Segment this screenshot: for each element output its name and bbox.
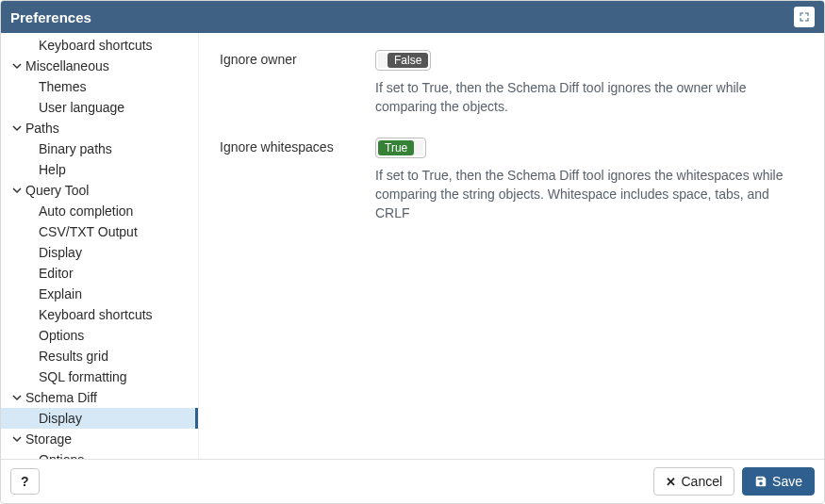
sidebar[interactable]: Keyboard shortcuts Miscellaneous Themes …	[1, 33, 199, 459]
sidebar-item-qt-keyboard-shortcuts[interactable]: Keyboard shortcuts	[1, 304, 198, 325]
sidebar-item-qt-options[interactable]: Options	[1, 325, 198, 346]
chevron-down-icon	[12, 123, 22, 133]
toggle-knob	[414, 140, 423, 155]
dialog-body: Keyboard shortcuts Miscellaneous Themes …	[1, 33, 824, 459]
sidebar-group-miscellaneous[interactable]: Miscellaneous	[1, 56, 198, 76]
sidebar-group-label: Storage	[25, 431, 72, 447]
help-icon: ?	[21, 474, 29, 489]
setting-body: False If set to True, then the Schema Di…	[375, 50, 805, 117]
content-pane: Ignore owner False If set to True, then …	[199, 33, 824, 459]
sidebar-group-paths[interactable]: Paths	[1, 118, 198, 138]
titlebar: Preferences	[1, 1, 824, 33]
sidebar-item-storage-options[interactable]: Options	[1, 449, 198, 459]
sidebar-item-editor[interactable]: Editor	[1, 263, 198, 284]
sidebar-group-label: Query Tool	[25, 183, 89, 198]
sidebar-item-label: Auto completion	[39, 203, 133, 219]
chevron-down-icon	[12, 434, 22, 444]
setting-ignore-whitespaces: Ignore whitespaces True If set to True, …	[220, 138, 805, 223]
sidebar-item-label: Binary paths	[39, 141, 112, 156]
sidebar-item-label: CSV/TXT Output	[39, 224, 138, 239]
chevron-down-icon	[12, 61, 22, 71]
sidebar-item-sql-formatting[interactable]: SQL formatting	[1, 366, 198, 387]
footer-left: ?	[10, 468, 40, 495]
footer: ? ✕ Cancel Save	[1, 459, 824, 503]
sidebar-item-label: Keyboard shortcuts	[39, 307, 153, 322]
sidebar-item-label: Display	[39, 245, 82, 260]
sidebar-item-label: Display	[39, 411, 82, 426]
footer-right: ✕ Cancel Save	[653, 467, 815, 496]
chevron-down-icon	[12, 393, 22, 402]
toggle-ignore-owner[interactable]: False	[375, 50, 431, 71]
setting-label: Ignore whitespaces	[220, 138, 356, 154]
sidebar-item-label: Keyboard shortcuts	[39, 38, 153, 53]
sidebar-group-storage[interactable]: Storage	[1, 429, 198, 449]
preferences-dialog: Preferences Keyboard shortcuts Miscellan…	[0, 0, 825, 504]
sidebar-item-results-grid[interactable]: Results grid	[1, 346, 198, 366]
expand-button[interactable]	[794, 7, 815, 27]
setting-ignore-owner: Ignore owner False If set to True, then …	[220, 50, 805, 117]
toggle-knob	[378, 53, 388, 68]
setting-label: Ignore owner	[220, 50, 356, 67]
sidebar-group-label: Schema Diff	[25, 390, 97, 405]
sidebar-item-label: User language	[39, 100, 124, 115]
chevron-down-icon	[12, 186, 22, 195]
toggle-value: True	[378, 140, 414, 155]
sidebar-item-label: Themes	[39, 79, 87, 94]
sidebar-item-label: SQL formatting	[39, 369, 127, 384]
sidebar-item-binary-paths[interactable]: Binary paths	[1, 138, 198, 159]
sidebar-item-label: Results grid	[39, 349, 108, 364]
sidebar-group-label: Paths	[25, 121, 59, 136]
sidebar-item-label: Options	[39, 328, 84, 343]
sidebar-item-label: Explain	[39, 286, 82, 301]
sidebar-item-schema-diff-display[interactable]: Display	[1, 408, 198, 429]
help-button[interactable]: ?	[10, 468, 40, 495]
sidebar-item-explain[interactable]: Explain	[1, 284, 198, 304]
setting-description: If set to True, then the Schema Diff too…	[375, 166, 805, 223]
setting-description: If set to True, then the Schema Diff too…	[375, 78, 805, 117]
setting-body: True If set to True, then the Schema Dif…	[375, 138, 805, 223]
cancel-label: Cancel	[681, 474, 722, 489]
save-button[interactable]: Save	[742, 467, 815, 496]
sidebar-item-label: Editor	[39, 266, 74, 281]
sidebar-item-help[interactable]: Help	[1, 159, 198, 180]
sidebar-group-label: Miscellaneous	[25, 58, 109, 73]
save-label: Save	[772, 474, 802, 489]
sidebar-item-user-language[interactable]: User language	[1, 97, 198, 118]
expand-icon	[799, 11, 810, 23]
dialog-title: Preferences	[10, 9, 91, 25]
sidebar-group-schema-diff[interactable]: Schema Diff	[1, 387, 198, 408]
sidebar-item-qt-display[interactable]: Display	[1, 242, 198, 263]
save-icon	[754, 475, 767, 488]
sidebar-group-query-tool[interactable]: Query Tool	[1, 180, 198, 201]
sidebar-item-csv-txt-output[interactable]: CSV/TXT Output	[1, 221, 198, 242]
sidebar-item-auto-completion[interactable]: Auto completion	[1, 201, 198, 221]
cancel-button[interactable]: ✕ Cancel	[653, 467, 734, 496]
sidebar-item-label: Help	[39, 162, 66, 177]
sidebar-item-label: Options	[39, 452, 84, 459]
preference-tree: Keyboard shortcuts Miscellaneous Themes …	[1, 35, 198, 459]
toggle-ignore-whitespaces[interactable]: True	[375, 138, 426, 158]
sidebar-item-keyboard-shortcuts[interactable]: Keyboard shortcuts	[1, 35, 198, 56]
toggle-value: False	[388, 53, 428, 68]
sidebar-item-themes[interactable]: Themes	[1, 76, 198, 97]
close-icon: ✕	[666, 476, 676, 488]
